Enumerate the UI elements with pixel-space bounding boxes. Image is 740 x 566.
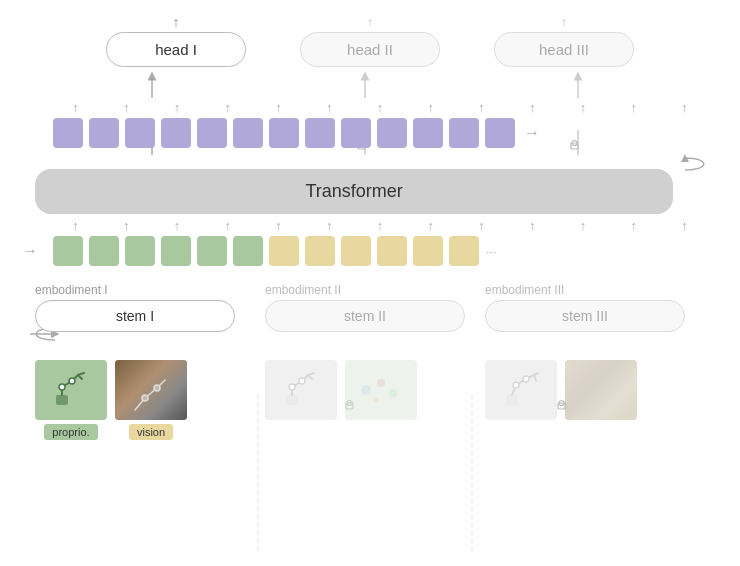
green-token-1 <box>53 236 83 266</box>
head-2-box[interactable]: head II <box>300 32 440 67</box>
svg-point-43 <box>373 397 379 403</box>
token-ellipsis: ··· <box>486 244 497 259</box>
arrows-below-heads: ↑ ↑ ↑ ↑ ↑ ↑ ↑ ↑ ↑ ↑ ↑ ↑ ↑ <box>50 100 710 115</box>
purple-token-2 <box>89 118 119 148</box>
svg-line-39 <box>308 375 312 379</box>
svg-rect-44 <box>506 395 518 405</box>
tan-token-4 <box>377 236 407 266</box>
purple-token-8 <box>305 118 335 148</box>
emb3-image1 <box>485 360 557 420</box>
arrow-above-head2: ↑ <box>273 14 467 30</box>
arrow-above-head3: ↑ <box>467 14 661 30</box>
emb2-image2 <box>345 360 417 420</box>
left-arrow-icon: → <box>22 242 38 260</box>
svg-line-51 <box>534 375 536 381</box>
purple-token-9 <box>341 118 371 148</box>
head2-group: head II <box>273 32 467 67</box>
embodiment-3-label: embodiment III <box>485 283 564 297</box>
photo-overlay <box>565 360 637 420</box>
arm-icon-3 <box>496 367 546 413</box>
purple-token-11 <box>413 118 443 148</box>
stem-1-box[interactable]: stem I <box>35 300 235 332</box>
green-token-2 <box>89 236 119 266</box>
svg-point-36 <box>289 384 295 390</box>
tan-token-2 <box>305 236 335 266</box>
vision-label: vision <box>129 424 173 440</box>
tan-token-6 <box>449 236 479 266</box>
stem-3-wrapper: stem III <box>485 300 705 338</box>
transformer-section: Transformer <box>35 165 707 218</box>
emb2-modalities <box>265 360 485 420</box>
svg-point-49 <box>523 376 529 382</box>
head-1-box[interactable]: head I <box>106 32 246 67</box>
arrow-above-head1: ↑ <box>79 14 273 30</box>
embodiment-1-label: embodiment I <box>35 283 108 297</box>
embodiment-2-label: embodiment II <box>265 283 341 297</box>
svg-rect-32 <box>286 395 298 405</box>
emb1-modalities: proprio. <box>35 360 265 440</box>
purple-token-7 <box>269 118 299 148</box>
green-token-5 <box>197 236 227 266</box>
head3-group: head III <box>467 32 661 67</box>
tan-token-1 <box>269 236 299 266</box>
vision-modality: vision <box>115 360 187 440</box>
emb3-image2 <box>565 360 637 420</box>
proprio-modality: proprio. <box>35 360 107 440</box>
emb2-image1 <box>265 360 337 420</box>
top-arrows-row: ↑ ↑ ↑ <box>0 14 740 30</box>
svg-marker-6 <box>681 154 689 162</box>
svg-line-26 <box>78 375 82 379</box>
heads-row: head I head II head III <box>0 32 740 67</box>
proprio-label: proprio. <box>44 424 97 440</box>
right-arrow-icon: → <box>524 124 540 142</box>
svg-rect-19 <box>56 395 68 405</box>
purple-token-5 <box>197 118 227 148</box>
embodiment-labels-row: embodiment I embodiment II embodiment II… <box>35 280 735 298</box>
stems-row: stem I stem II stem III <box>35 300 735 338</box>
vision-image <box>115 360 187 420</box>
robot-arm-icon <box>46 367 96 413</box>
svg-point-24 <box>69 378 75 384</box>
emb2-mod2 <box>345 360 417 420</box>
tan-token-3 <box>341 236 371 266</box>
input-token-row: → ··· <box>50 236 710 266</box>
embodiment-2-label-group: embodiment II <box>265 280 485 298</box>
svg-point-42 <box>389 389 397 397</box>
svg-point-31 <box>154 385 160 391</box>
stem-3-box[interactable]: stem III <box>485 300 685 332</box>
svg-point-23 <box>59 384 65 390</box>
stem-2-box[interactable]: stem II <box>265 300 465 332</box>
embodiment-3-label-group: embodiment III <box>485 280 705 298</box>
vision-robot-overlay <box>115 360 187 420</box>
purple-token-12 <box>449 118 479 148</box>
svg-point-40 <box>361 385 371 395</box>
purple-token-6 <box>233 118 263 148</box>
proprio-image <box>35 360 107 420</box>
green-token-6 <box>233 236 263 266</box>
purple-token-1 <box>53 118 83 148</box>
head-3-box[interactable]: head III <box>494 32 634 67</box>
emb3-mod2 <box>565 360 637 420</box>
embodiment-1-label-group: embodiment I <box>35 280 265 298</box>
emb2-mod1 <box>265 360 337 420</box>
green-token-4 <box>161 236 191 266</box>
svg-point-37 <box>299 378 305 384</box>
stem-2-wrapper: stem II <box>265 300 485 338</box>
transformer-box: Transformer <box>35 169 673 214</box>
diagram-canvas: ↑ ↑ ↑ head I head II head III ↑ ↑ ↑ ↑ ↑ … <box>0 0 740 566</box>
purple-token-3 <box>125 118 155 148</box>
tan-token-5 <box>413 236 443 266</box>
dots-icon <box>351 365 411 415</box>
arm-icon-2 <box>276 367 326 413</box>
head1-group: head I <box>79 32 273 67</box>
purple-token-10 <box>377 118 407 148</box>
modality-images-row: proprio. <box>35 360 735 440</box>
emb3-modalities <box>485 360 705 420</box>
purple-token-4 <box>161 118 191 148</box>
svg-point-48 <box>513 382 519 388</box>
stem-1-wrapper: stem I <box>35 300 265 338</box>
green-token-3 <box>125 236 155 266</box>
purple-token-row: → <box>50 118 710 148</box>
arrows-below-transformer: ↑ ↑ ↑ ↑ ↑ ↑ ↑ ↑ ↑ ↑ ↑ ↑ ↑ <box>50 218 710 233</box>
emb3-mod1 <box>485 360 557 420</box>
